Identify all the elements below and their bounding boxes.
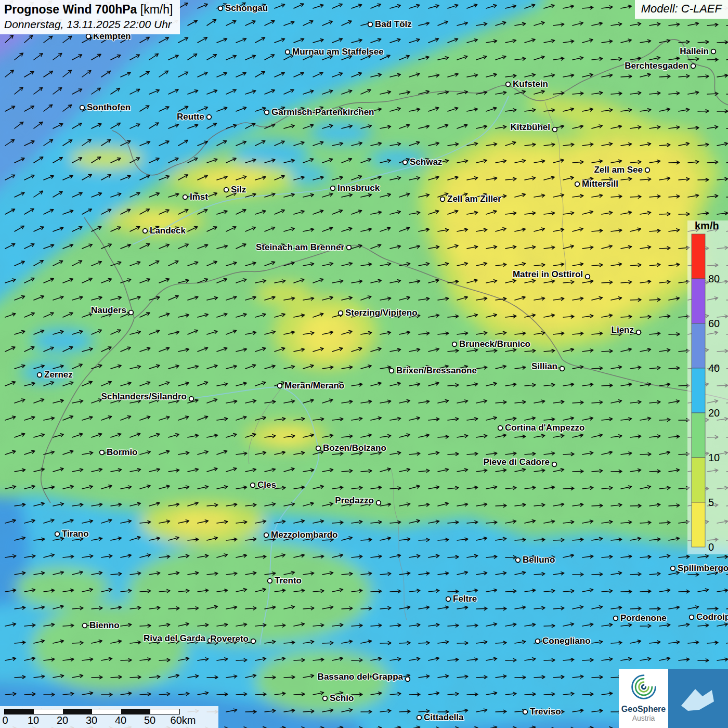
scale-segment [34, 709, 63, 714]
legend-tick-label: 0 [708, 541, 714, 553]
city-dot [268, 579, 272, 583]
forecast-datetime: Donnerstag, 13.11.2025 22:00 Uhr [4, 18, 173, 31]
city-dot [403, 160, 408, 165]
city-label: Hallein [680, 46, 709, 56]
scale-label: 40 [115, 714, 126, 726]
title-text: Prognose Wind 700hPa [4, 3, 137, 16]
model-label: Modell: C-LAEF [635, 0, 728, 19]
scale-segment [121, 709, 150, 714]
city-label: Riva del Garda [144, 633, 206, 643]
legend-title: km/h [695, 220, 719, 231]
city-dot [80, 106, 85, 110]
title-units: [km/h] [140, 3, 173, 16]
city-dot [316, 446, 321, 451]
city-label: Bassano del Grappa [318, 672, 404, 682]
city-dot [347, 245, 352, 250]
city-dot [553, 127, 557, 132]
city-dot [224, 188, 229, 192]
city-dot [376, 501, 381, 505]
legend-tick-label: 10 [708, 452, 720, 463]
city-label: Trento [275, 576, 302, 586]
city-dot [506, 82, 511, 87]
logo-country: Austria [619, 714, 668, 722]
city-label: Treviso [530, 707, 561, 717]
legend-swatch [692, 323, 705, 368]
geosphere-logo: GeoSphere Austria [619, 669, 668, 728]
city-dot [575, 182, 580, 187]
scale-label: 60km [171, 714, 196, 726]
city-dot [264, 533, 269, 538]
city-dot [440, 197, 445, 202]
legend: km/h 806040201050 [687, 220, 728, 554]
city-label: Belluno [523, 555, 555, 565]
city-label: Schongau [225, 3, 268, 13]
city-dot [560, 367, 565, 371]
city-label: Sillian [531, 361, 557, 371]
city-dot [323, 696, 328, 701]
city-label: Feltre [453, 594, 477, 604]
city-label: Innsbruck [337, 183, 380, 193]
weather-map-app: SchongauBad TölzKemptenMurnau am Staffel… [0, 0, 728, 728]
legend-swatch [692, 234, 705, 279]
city-dot [189, 397, 194, 401]
city-dot [143, 229, 148, 233]
city-dot [636, 330, 641, 335]
legend-tick-label: 5 [708, 497, 714, 508]
city-label: Bad Tölz [375, 19, 412, 29]
city-dot [536, 639, 540, 644]
city-label: Reutte [177, 112, 204, 122]
city-label: Cortina d'Ampezzo [505, 423, 584, 433]
city-label: Brixen/Bressanone [396, 366, 477, 375]
city-label: Mezzolombardo [271, 530, 337, 540]
city-label: Schio [330, 693, 354, 703]
city-dot [55, 532, 60, 537]
city-label: Sonthofen [87, 102, 131, 112]
logo-brand: GeoSphere [619, 705, 668, 714]
city-label: Pieve di Cadore [483, 457, 550, 467]
legend-swatch [692, 413, 705, 458]
legend-swatch [692, 502, 705, 547]
city-label: Spilimbergo [678, 563, 728, 573]
city-dot [37, 373, 42, 378]
scale-segment [92, 709, 121, 714]
city-label: Predazzo [335, 496, 374, 505]
city-label: Meran/Merano [284, 381, 344, 391]
city-dot [389, 369, 394, 373]
city-dot [251, 639, 256, 644]
city-dot [711, 49, 716, 54]
city-label: Landeck [150, 226, 186, 236]
scale-label: 20 [57, 714, 68, 726]
blue-panel-shape-icon [668, 669, 728, 728]
city-label: Imst [190, 192, 208, 202]
city-label: Bozen/Bolzano [323, 443, 386, 453]
city-label: Bormio [107, 447, 138, 457]
city-dot [86, 34, 91, 39]
city-label: Conegliano [542, 636, 591, 646]
legend-tick-label: 40 [708, 362, 720, 374]
city-label: Bruneck/Brunico [459, 339, 530, 349]
city-dot [331, 186, 335, 191]
city-dot [671, 566, 675, 571]
city-label: Steinach am Brenner [256, 242, 344, 252]
city-label: Matrei in Osttirol [513, 269, 583, 279]
city-dot [523, 710, 528, 714]
scale-bar: 0 10 20 30 40 50 60km [0, 706, 218, 728]
legend-tick-label: 60 [708, 318, 720, 329]
wind-map: SchongauBad TölzKemptenMurnau am Staffel… [0, 0, 728, 728]
city-dot [645, 168, 650, 173]
legend-swatch [692, 368, 705, 413]
scale-label: 30 [86, 714, 97, 726]
city-label: Rovereto [210, 634, 249, 644]
scale-segment [150, 709, 179, 714]
scale-segment [5, 709, 34, 714]
city-label: Zell am See [594, 165, 643, 175]
city-label: Codroipo [696, 612, 728, 622]
scale-segment [63, 709, 92, 714]
scale-label: 0 [2, 714, 8, 726]
city-label: Zell am Ziller [447, 194, 501, 204]
city-dot [417, 716, 422, 720]
city-dot [265, 110, 269, 115]
city-dot [406, 677, 410, 682]
city-label: Nauders [91, 305, 126, 315]
city-label: Cittadella [424, 712, 464, 722]
